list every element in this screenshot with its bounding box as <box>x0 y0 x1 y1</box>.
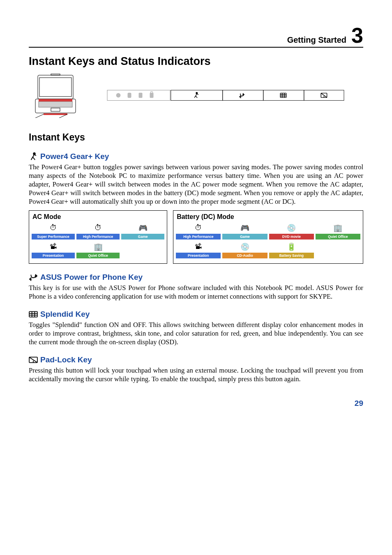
asus-phone-heading: ASUS Power for Phone Key <box>29 273 363 282</box>
gauge-icon: ⏱ <box>32 222 75 234</box>
mode-boxes: AC Mode ⏱ Super Performance ⏱ High Perfo… <box>29 210 363 264</box>
splendid-body: Toggles "Splendid" function ON and OFF. … <box>29 320 363 346</box>
ac-row-1: ⏱ Super Performance ⏱ High Performance 🎮… <box>32 222 164 240</box>
padlock-heading: Pad-Lock Key <box>29 355 363 364</box>
splendid-icon <box>29 310 38 319</box>
svg-rect-4 <box>39 101 72 107</box>
dc-row-2: 📽 Presentation 💿 CD-Audio 🔋 Battery Savi… <box>176 241 360 258</box>
svg-rect-7 <box>44 113 67 115</box>
tile-cd-audio: 💿 CD-Audio <box>222 241 267 258</box>
tile-game: 🎮 Game <box>121 222 164 240</box>
document-page: Getting Started 3 Instant Keys and Statu… <box>0 0 392 424</box>
tile-presentation: 📽 Presentation <box>32 241 75 258</box>
chapter-number: 3 <box>351 25 363 46</box>
tile-presentation: 📽 Presentation <box>176 241 221 258</box>
page-number: 29 <box>29 399 363 408</box>
svg-rect-0 <box>38 75 73 99</box>
power4-title: Power4 Gear+ Key <box>40 152 109 161</box>
tile-battery-saving: 🔋 Battery Saving <box>269 241 314 258</box>
power4-gear-heading: Power4 Gear+ Key <box>29 152 363 161</box>
dc-mode-box: Battery (DC) Mode ⏱ High Performance 🎮 G… <box>173 210 363 264</box>
indicator-diagram <box>29 73 363 120</box>
tile-quiet-office: 🏢 Quiet Office <box>76 241 120 258</box>
svg-rect-12 <box>128 93 131 98</box>
splendid-heading: Splendid Key <box>29 310 363 319</box>
svg-rect-1 <box>39 78 71 97</box>
svg-rect-5 <box>39 99 72 101</box>
page-title: Instant Keys and Status Indicators <box>29 55 363 68</box>
dvd-icon: 💿 <box>269 222 314 234</box>
touchpad-lock-icon <box>29 355 38 364</box>
svg-rect-26 <box>29 311 37 317</box>
svg-point-11 <box>116 93 121 98</box>
dc-row-1: ⏱ High Performance 🎮 Game 💿 DVD movie 🏢 … <box>176 222 360 240</box>
instant-keys-heading: Instant Keys <box>29 132 363 143</box>
dc-mode-title: Battery (DC) Mode <box>177 213 360 221</box>
tile-quiet-office: 🏢 Quiet Office <box>316 222 360 240</box>
asus-phone-title: ASUS Power for Phone Key <box>40 273 143 282</box>
padlock-body: Pressing this button will lock your touc… <box>29 366 363 383</box>
indicator-bar <box>88 88 363 104</box>
svg-rect-18 <box>263 90 304 100</box>
padlock-title: Pad-Lock Key <box>40 355 92 364</box>
ac-mode-title: AC Mode <box>32 213 164 221</box>
tile-high-performance: ⏱ High Performance <box>176 222 221 240</box>
runner-icon <box>29 152 38 161</box>
svg-line-8 <box>34 114 44 118</box>
projector-icon: 📽 <box>32 241 75 253</box>
page-header: Getting Started 3 <box>29 25 363 48</box>
tile-high-performance: ⏱ High Performance <box>76 222 120 240</box>
asus-phone-body: This key is for use with the ASUS Power … <box>29 283 363 301</box>
phone-swap-icon <box>29 273 38 282</box>
gauge-icon: ⏱ <box>176 222 221 234</box>
game-icon: 🎮 <box>121 222 164 234</box>
battery-icon: 🔋 <box>269 241 314 253</box>
office-icon: 🏢 <box>316 222 360 234</box>
tile-game: 🎮 Game <box>222 222 267 240</box>
game-icon: 🎮 <box>222 222 267 234</box>
cd-icon: 💿 <box>222 241 267 253</box>
svg-rect-13 <box>139 93 143 98</box>
office-icon: 🏢 <box>76 241 120 253</box>
power4-body: The Power4 Gear+ button toggles power sa… <box>29 163 363 206</box>
gauge-icon: ⏱ <box>76 222 120 234</box>
projector-icon: 📽 <box>176 241 221 253</box>
tile-super-performance: ⏱ Super Performance <box>32 222 75 240</box>
svg-rect-2 <box>51 74 60 75</box>
tile-dvd-movie: 💿 DVD movie <box>269 222 314 240</box>
svg-rect-21 <box>280 93 286 98</box>
splendid-title: Splendid Key <box>40 310 90 319</box>
ac-row-2: 📽 Presentation 🏢 Quiet Office <box>32 241 164 258</box>
svg-rect-16 <box>171 90 223 100</box>
laptop-illustration <box>29 73 82 120</box>
section-title: Getting Started <box>287 35 346 45</box>
svg-rect-6 <box>51 108 60 111</box>
ac-mode-box: AC Mode ⏱ Super Performance ⏱ High Perfo… <box>29 210 167 264</box>
